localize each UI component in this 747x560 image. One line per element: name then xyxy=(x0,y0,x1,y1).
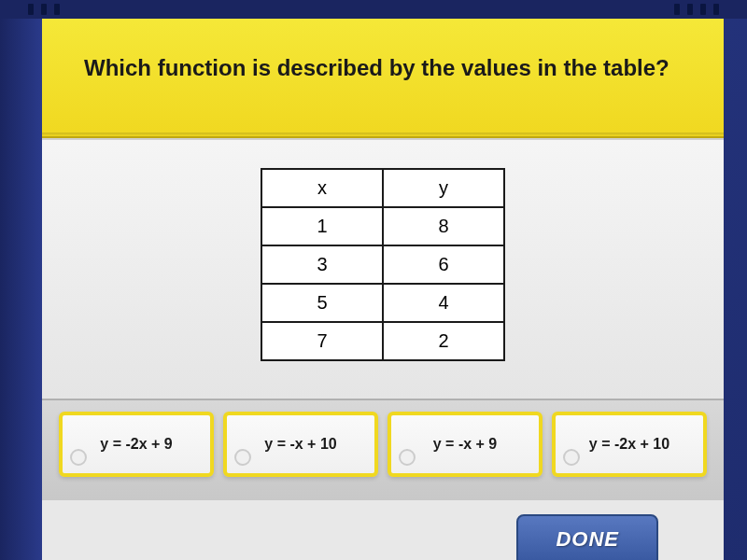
answer-option-4[interactable]: y = -2x + 10 xyxy=(552,412,707,477)
answer-option-3[interactable]: y = -x + 9 xyxy=(388,412,543,477)
answer-label: y = -x + 9 xyxy=(433,436,498,452)
table-row: 7 2 xyxy=(261,322,504,360)
question-text: Which function is described by the value… xyxy=(84,51,682,85)
table-cell-x: 7 xyxy=(261,322,383,360)
table-cell-x: 3 xyxy=(261,245,383,284)
device-frame-top xyxy=(0,0,747,19)
answers-row: y = -2x + 9 y = -x + 10 y = -x + 9 y = -… xyxy=(42,399,724,500)
question-panel: Which function is described by the value… xyxy=(42,19,724,138)
device-frame-left xyxy=(0,19,42,560)
answer-option-1[interactable]: y = -2x + 9 xyxy=(59,412,214,477)
done-button-label: DONE xyxy=(556,527,619,551)
content-area: x y 1 8 3 6 5 4 7 2 xyxy=(42,138,724,399)
done-button[interactable]: DONE xyxy=(516,514,658,560)
table-header-x: x xyxy=(261,169,383,207)
table-cell-x: 1 xyxy=(261,207,383,245)
values-table: x y 1 8 3 6 5 4 7 2 xyxy=(261,168,505,361)
answer-option-2[interactable]: y = -x + 10 xyxy=(223,412,378,477)
table-cell-y: 2 xyxy=(383,322,504,360)
table-cell-x: 5 xyxy=(261,284,383,322)
table-cell-y: 6 xyxy=(383,245,504,284)
table-row: 3 6 xyxy=(261,245,504,284)
table-row: 1 8 xyxy=(261,207,504,245)
answer-label: y = -2x + 10 xyxy=(589,436,669,452)
table-row: 5 4 xyxy=(261,284,504,322)
table-cell-y: 4 xyxy=(383,284,504,322)
table-header-y: y xyxy=(383,169,504,207)
answer-label: y = -2x + 9 xyxy=(100,436,172,452)
table-cell-y: 8 xyxy=(383,207,504,245)
table-header-row: x y xyxy=(261,169,504,207)
answer-label: y = -x + 10 xyxy=(264,436,336,452)
quiz-container: Which function is described by the value… xyxy=(42,19,724,560)
